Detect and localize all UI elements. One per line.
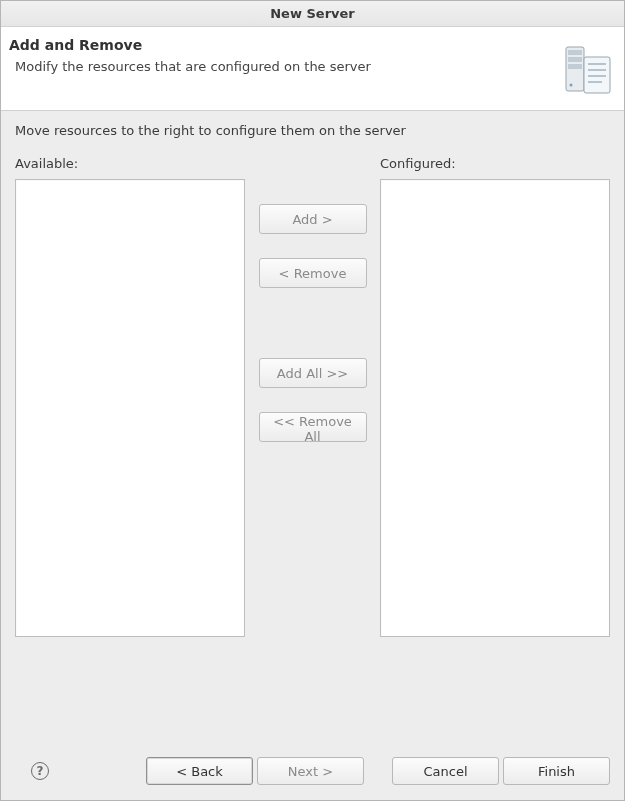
available-listbox[interactable] <box>15 179 245 637</box>
finish-button[interactable]: Finish <box>503 757 610 785</box>
server-icon <box>558 41 616 102</box>
add-button[interactable]: Add > <box>259 204 367 234</box>
back-button[interactable]: < Back <box>146 757 253 785</box>
next-button[interactable]: Next > <box>257 757 364 785</box>
svg-rect-1 <box>568 50 582 55</box>
window-title: New Server <box>1 1 624 27</box>
remove-all-button[interactable]: << Remove All <box>259 412 367 442</box>
svg-rect-2 <box>568 57 582 62</box>
wizard-banner: Add and Remove Modify the resources that… <box>1 27 624 111</box>
help-icon[interactable]: ? <box>31 762 49 780</box>
svg-rect-3 <box>568 64 582 69</box>
banner-description: Modify the resources that are configured… <box>15 59 614 74</box>
cancel-button[interactable]: Cancel <box>392 757 499 785</box>
remove-button[interactable]: < Remove <box>259 258 367 288</box>
wizard-footer: ? < Back Next > Cancel Finish <box>1 742 624 800</box>
configured-listbox[interactable] <box>380 179 610 637</box>
instruction-text: Move resources to the right to configure… <box>15 123 610 138</box>
svg-point-4 <box>570 84 573 87</box>
banner-title: Add and Remove <box>9 37 614 53</box>
add-all-button[interactable]: Add All >> <box>259 358 367 388</box>
configured-label: Configured: <box>380 156 610 171</box>
available-label: Available: <box>15 156 245 171</box>
